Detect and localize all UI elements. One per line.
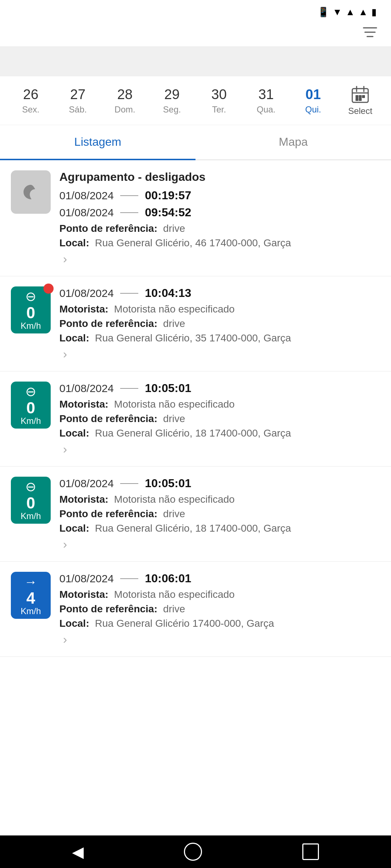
svg-rect-10 [356, 98, 358, 101]
calendar-icon [351, 85, 370, 104]
nav-home-button[interactable] [184, 843, 202, 861]
speed-badge: ⊖ 0 Km/h [11, 477, 51, 524]
local-label: Local: [59, 427, 89, 439]
date-from: 01/08/2024 [59, 190, 114, 202]
svg-rect-9 [362, 95, 365, 98]
date-item-01[interactable]: 01Qui. [293, 87, 333, 115]
item-content: 01/08/2024 10:04:13 Motorista: Motorista… [59, 286, 380, 361]
list-item: → 4 Km/h 01/08/2024 10:06:01 Motorista: … [0, 562, 391, 657]
local-value: Rua General Glicério, 18 17400-000, Garç… [92, 427, 291, 439]
referencia-value: drive [160, 318, 185, 329]
top-bar [0, 21, 391, 47]
tab-mapa[interactable]: Mapa [196, 125, 391, 159]
local-label: Local: [59, 523, 89, 534]
date: 01/08/2024 [59, 287, 114, 299]
svg-rect-11 [359, 98, 362, 101]
signal2-icon: ▲ [358, 7, 368, 18]
date-time-row-to: 01/08/2024 09:54:52 [59, 206, 380, 219]
nav-back-button[interactable]: ◀ [72, 843, 84, 861]
sleep-icon [11, 170, 51, 214]
date-item-26[interactable]: 26Sex. [11, 87, 51, 115]
nav-bar: ◀ [0, 835, 391, 868]
signal1-icon: ▲ [346, 7, 355, 18]
device-icon: 📱 [318, 7, 329, 18]
motorista-value: Motorista não especificado [111, 589, 235, 600]
local-row: Local: Rua General Glicério, 18 17400-00… [59, 427, 380, 439]
chevron-icon[interactable]: › [63, 442, 67, 456]
speed-direction-icon: ⊖ [25, 479, 36, 494]
chevron-icon[interactable]: › [63, 252, 67, 265]
dash-line [120, 293, 138, 294]
date-label: Dom. [114, 105, 135, 115]
date-label: Ter. [212, 105, 226, 115]
time-from: 00:19:57 [145, 189, 191, 202]
status-bar: 📱 ▼ ▲ ▲ ▮ [0, 0, 391, 21]
date-item-29[interactable]: 29Seg. [152, 87, 192, 115]
date-number: 30 [211, 87, 227, 102]
item-content: 01/08/2024 10:06:01 Motorista: Motorista… [59, 572, 380, 646]
referencia-label: Ponto de referência: [59, 603, 157, 614]
speed-badge: ⊖ 0 Km/h [11, 382, 51, 429]
motorista-value: Motorista não especificado [111, 494, 235, 505]
date-item-31[interactable]: 31Qua. [246, 87, 286, 115]
time: 10:05:01 [145, 382, 191, 395]
local-label: Local: [59, 237, 89, 248]
list-item: ⊖ 0 Km/h 01/08/2024 10:04:13 Motorista: … [0, 276, 391, 371]
date-number: 28 [117, 87, 133, 102]
date-picker: 26Sex.27Sáb.28Dom.29Seg.30Ter.31Qua.01Qu… [0, 76, 391, 125]
date-number: 27 [70, 87, 85, 102]
wifi-icon: ▼ [333, 7, 342, 18]
item-header-row: Agrupamento - desligados [59, 170, 380, 184]
date-item-28[interactable]: 28Dom. [105, 87, 145, 115]
notification-dot [43, 284, 54, 294]
speed-badge: → 4 Km/h [11, 572, 51, 619]
date: 01/08/2024 [59, 382, 114, 395]
filter-button[interactable] [362, 25, 378, 43]
motorista-label: Motorista: [59, 494, 108, 505]
local-row: Local: Rua General Glicério, 46 17400-00… [59, 237, 380, 249]
date-label: Qua. [257, 105, 276, 115]
svg-rect-7 [356, 95, 358, 98]
date-number: 01 [306, 87, 321, 102]
dash-line [120, 578, 138, 579]
date-number: 26 [23, 87, 38, 102]
local-label: Local: [59, 332, 89, 344]
referencia-row: Ponto de referência: drive [59, 603, 380, 615]
chevron-icon[interactable]: › [63, 537, 67, 551]
referencia-label: Ponto de referência: [59, 508, 157, 519]
speed-unit: Km/h [21, 321, 41, 331]
date-time-row: 01/08/2024 10:05:01 [59, 382, 380, 395]
speed-value: 0 [26, 495, 35, 511]
referencia-row: Ponto de referência: drive [59, 508, 380, 520]
item-content: 01/08/2024 10:05:01 Motorista: Motorista… [59, 477, 380, 551]
item-title: Agrupamento - desligados [59, 170, 206, 184]
speed-unit: Km/h [21, 606, 41, 616]
calendar-label: Select [348, 106, 373, 116]
motorista-label: Motorista: [59, 589, 108, 600]
speed-value: 0 [26, 305, 35, 321]
calendar-button[interactable]: Select [340, 85, 380, 116]
item-content: Agrupamento - desligados 01/08/2024 00:1… [59, 170, 380, 266]
speed-badge: ⊖ 0 Km/h [11, 286, 51, 333]
referencia-value: drive [160, 508, 185, 519]
motorista-row: Motorista: Motorista não especificado [59, 303, 380, 315]
chevron-icon[interactable]: › [63, 347, 67, 361]
vehicle-header [0, 47, 391, 76]
motorista-label: Motorista: [59, 399, 108, 410]
time: 10:06:01 [145, 572, 191, 585]
date-time-row-from: 01/08/2024 00:19:57 [59, 189, 380, 202]
battery-icon: ▮ [371, 7, 377, 18]
motorista-label: Motorista: [59, 303, 108, 315]
speed-unit: Km/h [21, 416, 41, 426]
date-number: 29 [164, 87, 180, 102]
nav-recents-button[interactable] [302, 843, 319, 860]
date-item-27[interactable]: 27Sáb. [58, 87, 98, 115]
date-label: Qui. [305, 105, 321, 115]
tab-listagem[interactable]: Listagem [0, 125, 196, 160]
date-item-30[interactable]: 30Ter. [199, 87, 239, 115]
referencia-value: drive [160, 603, 185, 614]
list-container: Agrupamento - desligados 01/08/2024 00:1… [0, 160, 391, 671]
local-label: Local: [59, 618, 89, 629]
tabs: ListagemMapa [0, 125, 391, 160]
chevron-icon[interactable]: › [63, 632, 67, 646]
